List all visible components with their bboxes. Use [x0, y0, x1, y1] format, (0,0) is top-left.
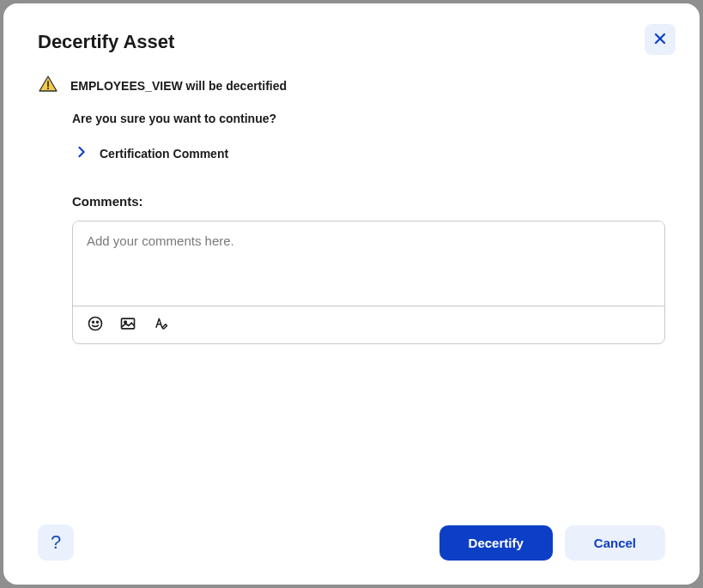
certification-comment-label: Certification Comment	[100, 147, 228, 161]
svg-point-4	[89, 318, 102, 330]
decertify-button[interactable]: Decertify	[439, 525, 553, 561]
format-button[interactable]	[150, 313, 171, 336]
certification-comment-toggle[interactable]: Certification Comment	[76, 146, 665, 161]
image-button[interactable]	[118, 313, 138, 336]
warning-triangle-icon	[38, 74, 58, 98]
confirm-question: Are you sure you want to continue?	[72, 112, 665, 125]
svg-point-8	[124, 321, 127, 324]
cancel-button[interactable]: Cancel	[565, 525, 665, 561]
warning-message: EMPLOYEES_VIEW will be decertified	[70, 79, 287, 93]
footer-actions: Decertify Cancel	[439, 525, 665, 561]
close-button[interactable]	[645, 24, 676, 55]
svg-point-5	[93, 321, 94, 323]
decertify-asset-modal: Decertify Asset EMPLOYEES_VIEW will be d…	[3, 3, 700, 585]
modal-header: Decertify Asset	[38, 31, 665, 53]
comments-box	[72, 221, 665, 344]
close-icon	[653, 32, 667, 48]
comments-textarea[interactable]	[73, 221, 664, 302]
modal-footer: ? Decertify Cancel	[38, 524, 665, 561]
help-button[interactable]: ?	[38, 524, 74, 561]
svg-point-3	[47, 88, 49, 89]
emoji-button[interactable]	[85, 313, 106, 336]
chevron-right-icon	[76, 146, 88, 161]
smile-icon	[87, 315, 104, 335]
help-icon: ?	[51, 531, 61, 554]
text-format-icon	[152, 315, 169, 335]
image-icon	[119, 315, 136, 335]
comments-label: Comments:	[72, 194, 665, 209]
comments-toolbar	[73, 306, 664, 343]
modal-title: Decertify Asset	[38, 31, 174, 53]
warning-row: EMPLOYEES_VIEW will be decertified	[38, 74, 665, 98]
svg-point-6	[97, 321, 99, 323]
